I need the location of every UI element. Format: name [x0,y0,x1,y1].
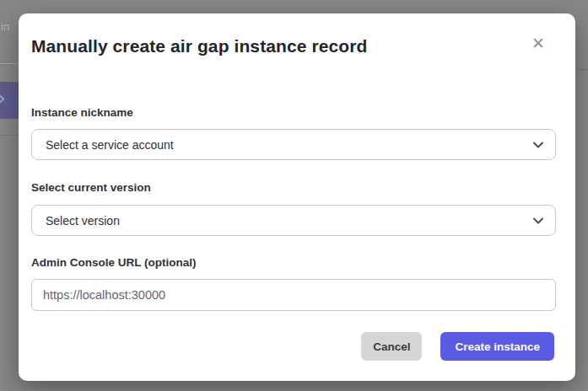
create-instance-button[interactable]: Create instance [440,332,554,361]
background-divider [0,135,20,136]
instance-nickname-select[interactable]: Select a service account [31,129,556,160]
select-current-version-label: Select current version [31,181,151,194]
select-selected-value: Select version [46,214,533,228]
background-divider [575,69,588,70]
screen: in Manually create air gap instance reco… [0,0,588,391]
chevron-down-icon [533,217,543,224]
close-icon[interactable]: ✕ [526,32,550,56]
background-clipped-text: in [1,20,10,33]
create-air-gap-instance-modal: Manually create air gap instance record … [19,13,575,381]
modal-actions: Cancel Create instance [361,332,554,361]
background-sidebar-active-item [0,82,19,119]
admin-console-url-label: Admin Console URL (optional) [31,256,197,269]
select-selected-value: Select a service account [46,138,533,152]
cancel-button[interactable]: Cancel [361,332,422,361]
chevron-down-icon [533,142,543,148]
instance-nickname-label: Instance nickname [31,106,133,119]
admin-console-url-input[interactable] [31,279,556,311]
chevron-right-icon [0,95,4,104]
modal-title: Manually create air gap instance record [31,36,367,56]
background-divider [0,63,20,64]
current-version-select[interactable]: Select version [31,205,556,236]
